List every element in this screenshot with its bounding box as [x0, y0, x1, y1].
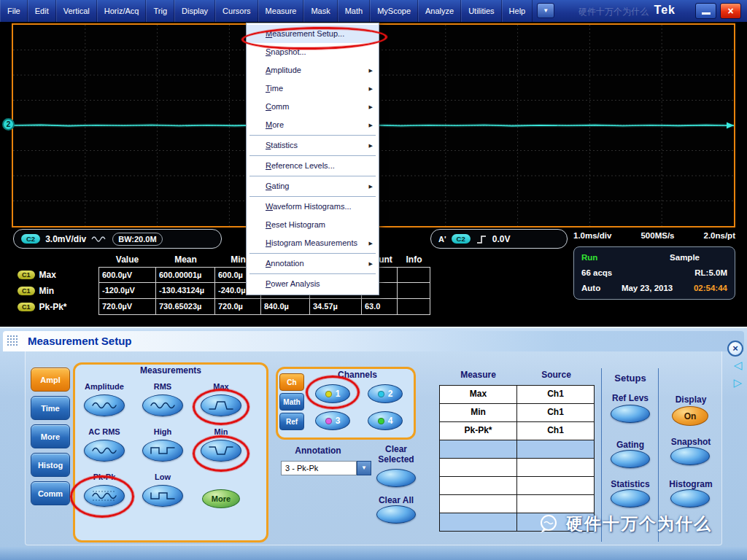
- menu-trig[interactable]: Trig: [146, 0, 174, 22]
- channels-tab-math[interactable]: Math: [279, 393, 304, 411]
- channel-2-marker[interactable]: 2: [2, 118, 15, 131]
- snapshot-label: Snapshot: [662, 437, 719, 447]
- acq-mode: Sample: [670, 250, 700, 265]
- close-button[interactable]: ×: [720, 3, 741, 19]
- menu-item-snapshot[interactable]: Snapshot...: [247, 43, 379, 61]
- measurement-high-label: High: [133, 427, 192, 436]
- menu-item-comm[interactable]: Comm▶: [247, 98, 379, 116]
- menu-measure[interactable]: Measure: [258, 0, 304, 22]
- menu-item-gating[interactable]: Gating▶: [247, 177, 379, 195]
- channel-2-button[interactable]: 2: [368, 384, 403, 403]
- channels-tab-ch[interactable]: Ch: [279, 373, 304, 391]
- rms-button[interactable]: [142, 394, 183, 416]
- menubar: File Edit Vertical Horiz/Acq Trig Displa…: [0, 0, 747, 22]
- timebase-readout: 1.0ms/div 500MS/s 2.0ns/pt: [573, 231, 735, 240]
- table-row[interactable]: MinCh1: [440, 404, 595, 422]
- annotation-dropdown[interactable]: 3 - Pk-Pk: [281, 461, 357, 475]
- clear-selected-button[interactable]: [376, 469, 416, 487]
- results-row-pkpk: C1Pk-Pk* 720.0µV 730.65023µ 720.0µ 840.0…: [12, 299, 430, 315]
- acquisition-panel: Run Sample 66 acqs RL:5.0M Auto May 23, …: [573, 246, 735, 300]
- gating-button[interactable]: [611, 450, 650, 468]
- more-measurements-button[interactable]: More: [202, 489, 240, 508]
- dialog-titlebar: Measurement Setup: [3, 331, 744, 351]
- min-button[interactable]: [201, 440, 241, 462]
- clear-selected-label: Clear Selected: [373, 444, 419, 464]
- dialog-close-button[interactable]: ×: [727, 341, 743, 357]
- ref-levs-label: Ref Levs: [605, 393, 655, 403]
- table-row[interactable]: [440, 440, 595, 459]
- statistics-button[interactable]: [611, 489, 650, 508]
- submenu-arrow-icon: ▶: [369, 254, 373, 273]
- display-label: Display: [662, 394, 719, 405]
- menu-item-reset-histogram[interactable]: Reset Histogram: [247, 216, 379, 234]
- menu-math[interactable]: Math: [338, 0, 370, 22]
- channel-1-button[interactable]: 1: [315, 384, 350, 403]
- menu-item-power-analysis[interactable]: Power Analysis: [247, 275, 379, 293]
- histogram-button[interactable]: [670, 489, 710, 508]
- watermark: 硬件十万个为什么: [537, 513, 712, 535]
- table-row[interactable]: MaxCh1: [440, 386, 595, 404]
- menu-horiz-acq[interactable]: Horiz/Acq: [97, 0, 147, 22]
- annotation-dropdown-arrow-icon[interactable]: ▼: [357, 461, 371, 475]
- noise-waveform-icon: [91, 235, 107, 244]
- ref-levs-button[interactable]: [611, 405, 650, 423]
- menu-item-reference-levels[interactable]: Reference Levels...: [247, 157, 379, 175]
- channel-3-color-dot: [325, 418, 332, 424]
- ch1-badge: C1: [18, 287, 35, 295]
- table-row[interactable]: [440, 495, 595, 513]
- menubar-dropdown-arrow-icon[interactable]: ▼: [537, 3, 554, 18]
- channels-tab-ref[interactable]: Ref: [279, 413, 304, 430]
- nav-left-arrow-icon[interactable]: ◁: [733, 359, 742, 372]
- clear-all-button[interactable]: [376, 505, 416, 524]
- tab-histog[interactable]: Histog: [31, 453, 70, 477]
- ac-rms-button[interactable]: [84, 440, 125, 462]
- menu-item-waveform-histograms[interactable]: Waveform Histograms...: [247, 198, 379, 216]
- display-on-button[interactable]: On: [672, 406, 708, 426]
- trigger-mode: Auto: [581, 281, 600, 296]
- menu-item-amplitude[interactable]: Amplitude▶: [247, 61, 379, 79]
- pk-pk-button[interactable]: [84, 485, 125, 507]
- table-row[interactable]: Pk-Pk*Ch1: [440, 422, 595, 440]
- col-value: Value: [98, 252, 156, 267]
- menu-item-more[interactable]: More▶: [247, 116, 379, 134]
- menu-item-measurement-setup[interactable]: Measurement Setup...: [247, 25, 379, 43]
- menu-utilities[interactable]: Utilities: [461, 0, 501, 22]
- channel-4-button[interactable]: 4: [368, 411, 403, 430]
- channel-3-button[interactable]: 3: [315, 411, 350, 430]
- tab-comm[interactable]: Comm: [31, 481, 70, 505]
- tab-time[interactable]: Time: [31, 396, 70, 420]
- ch1-badge: C1: [18, 271, 35, 279]
- amplitude-button[interactable]: [84, 394, 125, 416]
- setup-table-header: Measure Source: [439, 370, 595, 380]
- menu-myscope[interactable]: MyScope: [370, 0, 418, 22]
- table-row[interactable]: [440, 459, 595, 477]
- menu-edit[interactable]: Edit: [28, 0, 56, 22]
- menu-help[interactable]: Help: [502, 0, 533, 22]
- minimize-button[interactable]: [695, 3, 716, 19]
- nav-right-arrow-icon[interactable]: ▷: [733, 376, 742, 389]
- sample-rate: 500MS/s: [640, 231, 674, 240]
- measurement-name: Pk-Pk*: [39, 302, 67, 312]
- channels-title: Channels: [301, 370, 414, 380]
- menu-item-time[interactable]: Time▶: [247, 79, 379, 98]
- menu-file[interactable]: File: [0, 0, 28, 22]
- menu-item-histogram-measurements[interactable]: Histogram Measurements▶: [247, 234, 379, 252]
- high-button[interactable]: [142, 440, 183, 462]
- menu-cursors[interactable]: Cursors: [215, 0, 258, 22]
- snapshot-button[interactable]: [670, 447, 710, 465]
- low-button[interactable]: [142, 485, 183, 507]
- tab-more[interactable]: More: [31, 424, 70, 448]
- max-button[interactable]: [201, 394, 241, 416]
- tab-ampl[interactable]: Ampl: [31, 368, 70, 392]
- menu-display[interactable]: Display: [174, 0, 215, 22]
- table-row[interactable]: [440, 477, 595, 495]
- trigger-a-badge: A': [438, 235, 446, 244]
- statistics-label: Statistics: [603, 479, 658, 489]
- col-info: Info: [398, 252, 430, 267]
- menu-vertical[interactable]: Vertical: [56, 0, 97, 22]
- menu-analyze[interactable]: Analyze: [418, 0, 461, 22]
- menu-item-annotation[interactable]: Annotation▶: [247, 254, 379, 273]
- menu-item-statistics[interactable]: Statistics▶: [247, 136, 379, 155]
- menu-mask[interactable]: Mask: [303, 0, 337, 22]
- min-waveform-icon: [208, 445, 234, 456]
